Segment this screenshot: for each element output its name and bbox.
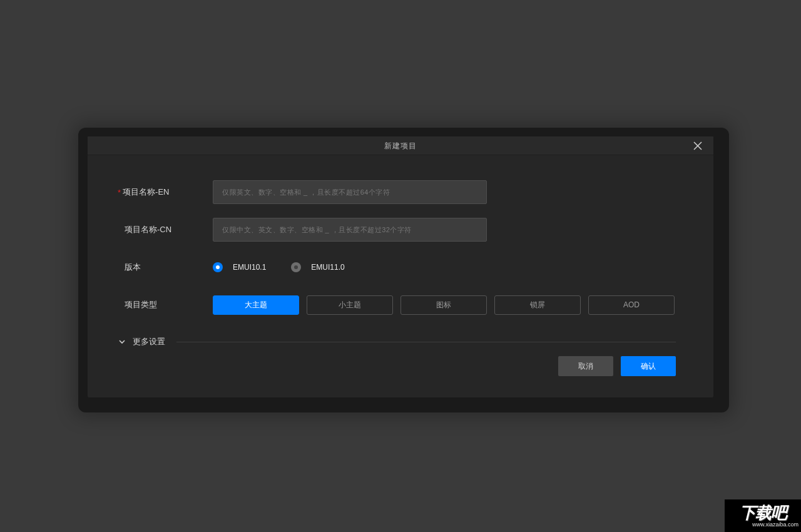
watermark-main: 下载吧	[740, 504, 787, 521]
row-project-type: 项目类型 大主题 小主题 图标 锁屏 AOD	[118, 293, 676, 317]
more-settings-label: 更多设置	[133, 336, 165, 347]
radio-label: EMUI10.1	[233, 263, 266, 272]
version-option-emui110[interactable]: EMUI11.0	[291, 262, 344, 272]
label-text: 项目类型	[125, 299, 157, 310]
label-text: 项目名称-EN	[123, 187, 169, 198]
watermark-sub: www.xiazaiba.com	[752, 521, 798, 528]
project-type-buttons: 大主题 小主题 图标 锁屏 AOD	[213, 295, 675, 315]
dialog-footer: 取消 确认	[558, 356, 676, 376]
form-area: * 项目名称-EN 项目名称-CN 版本	[88, 155, 713, 349]
type-btn-icon[interactable]: 图标	[400, 295, 487, 315]
dialog-title: 新建项目	[384, 140, 417, 151]
radio-label: EMUI11.0	[311, 263, 344, 272]
version-radio-group: EMUI10.1 EMUI11.0	[213, 262, 345, 272]
type-btn-small-theme[interactable]: 小主题	[307, 295, 393, 315]
confirm-button[interactable]: 确认	[621, 356, 676, 376]
cancel-button[interactable]: 取消	[558, 356, 613, 376]
divider	[176, 342, 676, 342]
watermark: 下载吧 www.xiazaiba.com	[725, 499, 801, 532]
label-project-type: 项目类型	[118, 299, 213, 310]
label-text: 项目名称-CN	[125, 224, 171, 235]
type-btn-big-theme[interactable]: 大主题	[213, 295, 299, 315]
project-name-en-input[interactable]	[213, 180, 487, 204]
close-button[interactable]	[688, 136, 707, 155]
label-name-cn: 项目名称-CN	[118, 224, 213, 235]
new-project-dialog: 新建项目 * 项目名称-EN 项目名称-CN	[88, 136, 713, 397]
version-option-emui101[interactable]: EMUI10.1	[213, 262, 266, 272]
more-settings-toggle[interactable]: 更多设置	[118, 334, 676, 349]
radio-icon	[213, 262, 223, 272]
type-btn-aod[interactable]: AOD	[588, 295, 675, 315]
type-btn-lockscreen[interactable]: 锁屏	[494, 295, 581, 315]
chevron-down-icon	[118, 337, 126, 346]
dialog-header: 新建项目	[88, 136, 713, 155]
label-name-en: * 项目名称-EN	[118, 187, 213, 198]
row-name-cn: 项目名称-CN	[118, 218, 676, 242]
row-version: 版本 EMUI10.1 EMUI11.0	[118, 255, 676, 279]
radio-icon	[291, 262, 301, 272]
required-star: *	[118, 188, 121, 197]
label-text: 版本	[125, 262, 141, 273]
close-icon	[693, 141, 702, 150]
project-name-cn-input[interactable]	[213, 218, 487, 242]
label-version: 版本	[118, 262, 213, 273]
row-name-en: * 项目名称-EN	[118, 180, 676, 204]
